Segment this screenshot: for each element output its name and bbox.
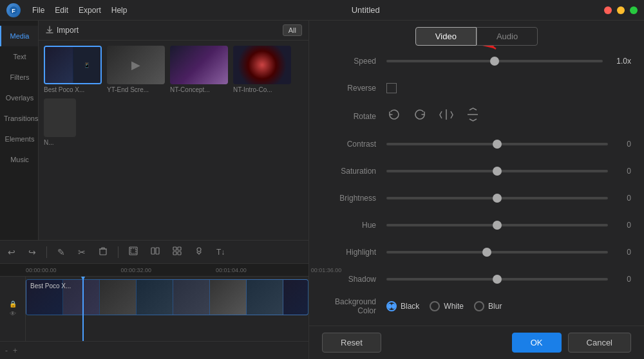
flip-h-button[interactable] bbox=[438, 107, 455, 125]
highlight-value: 0 bbox=[613, 248, 631, 257]
reset-button[interactable]: Reset bbox=[322, 333, 381, 353]
crop-button[interactable] bbox=[126, 245, 140, 259]
bg-white-radio[interactable] bbox=[430, 301, 440, 311]
media-thumbnail bbox=[170, 46, 228, 84]
rotate-row: Rotate bbox=[322, 106, 631, 126]
hue-row: Hue 0 bbox=[322, 216, 631, 234]
bg-white-label: White bbox=[444, 302, 464, 311]
track-controls: 🔒 👁 bbox=[0, 277, 26, 341]
toolbar-divider bbox=[46, 246, 47, 258]
media-thumbnail: ▶ bbox=[107, 46, 165, 84]
media-thumbnail bbox=[233, 46, 291, 84]
tab-audio[interactable]: Audio bbox=[477, 27, 538, 46]
hue-slider[interactable] bbox=[386, 224, 608, 226]
toolbar-divider-2 bbox=[118, 246, 118, 258]
shadow-slider[interactable] bbox=[386, 278, 608, 281]
menu-file[interactable]: File bbox=[32, 6, 44, 15]
properties-tabs: Video Audio bbox=[309, 21, 644, 46]
list-item[interactable]: ▶ YT-End Scre... bbox=[107, 46, 165, 93]
svg-rect-4 bbox=[131, 248, 136, 253]
speed-control: 1.0x bbox=[386, 57, 631, 66]
bg-black-label: Black bbox=[401, 302, 419, 311]
flip-v-button[interactable] bbox=[465, 106, 480, 126]
bg-blur-option[interactable]: Blur bbox=[474, 301, 502, 311]
split-button[interactable] bbox=[148, 245, 162, 259]
rotate-ccw-button[interactable] bbox=[386, 107, 402, 125]
rotate-controls bbox=[386, 106, 631, 126]
close-button[interactable] bbox=[604, 6, 612, 14]
properties-content: Speed 1.0x bbox=[309, 46, 644, 326]
highlight-control: 0 bbox=[386, 248, 631, 257]
bg-white-option[interactable]: White bbox=[430, 301, 464, 311]
zoom-in-button[interactable]: + bbox=[13, 346, 17, 355]
minimize-button[interactable] bbox=[617, 6, 625, 14]
rotate-cw-button[interactable] bbox=[412, 107, 428, 125]
hue-control: 0 bbox=[386, 221, 631, 230]
list-item[interactable]: NT-Intro-Co... bbox=[233, 46, 291, 93]
sidebar-item-filters[interactable]: Filters bbox=[0, 67, 38, 87]
sidebar-item-text[interactable]: Text bbox=[0, 46, 38, 67]
sidebar-item-transitions[interactable]: Transitions bbox=[0, 108, 38, 129]
clip-frame bbox=[100, 280, 136, 315]
list-item[interactable]: 📱 Best Poco X... bbox=[44, 46, 102, 93]
sidebar-item-overlays[interactable]: Overlays bbox=[0, 87, 38, 108]
menu-export[interactable]: Export bbox=[79, 6, 101, 15]
group-button[interactable] bbox=[170, 245, 184, 259]
hue-value: 0 bbox=[613, 221, 631, 230]
contrast-slider[interactable] bbox=[386, 143, 608, 145]
sidebar-item-music[interactable]: Music bbox=[0, 149, 38, 170]
cancel-button[interactable]: Cancel bbox=[568, 333, 631, 353]
svg-rect-9 bbox=[173, 252, 176, 255]
saturation-slider[interactable] bbox=[386, 170, 608, 172]
pen-tool-button[interactable]: ✎ bbox=[55, 246, 68, 259]
tab-video[interactable]: Video bbox=[415, 27, 477, 46]
track-content[interactable]: Best Poco X... bbox=[26, 277, 308, 341]
track-eye-button[interactable]: 👁 bbox=[10, 310, 16, 317]
toolbar: ↩ ↪ ✎ ✂ bbox=[0, 241, 308, 264]
audio-button[interactable] bbox=[192, 245, 206, 259]
rotate-label: Rotate bbox=[322, 112, 386, 121]
sidebar-tabs: Media Text Filters Overlays Transitions … bbox=[0, 21, 39, 240]
highlight-label: Highlight bbox=[322, 248, 386, 257]
speed-slider[interactable] bbox=[386, 60, 603, 62]
clip-frame bbox=[210, 280, 246, 315]
media-item-label: NT-Intro-Co... bbox=[233, 86, 291, 93]
list-item[interactable]: N... bbox=[44, 98, 76, 146]
track-lock-button[interactable]: 🔒 bbox=[9, 300, 17, 308]
speed-row: Speed 1.0x bbox=[322, 52, 631, 70]
bg-blur-label: Blur bbox=[488, 302, 502, 311]
text-tool-button[interactable]: T↓ bbox=[214, 246, 227, 258]
list-item[interactable]: NT-Concept... bbox=[170, 46, 228, 93]
redo-button[interactable]: ↪ bbox=[26, 246, 39, 259]
brightness-row: Brightness 0 bbox=[322, 189, 631, 207]
media-item-label: Best Poco X... bbox=[44, 86, 102, 93]
undo-button[interactable]: ↩ bbox=[5, 246, 18, 259]
svg-rect-5 bbox=[151, 248, 155, 254]
clip-frame bbox=[283, 280, 308, 315]
cut-tool-button[interactable]: ✂ bbox=[75, 246, 88, 259]
maximize-button[interactable] bbox=[630, 6, 638, 14]
bg-black-option[interactable]: Black bbox=[386, 301, 419, 311]
menu-help[interactable]: Help bbox=[111, 6, 128, 15]
bg-blur-radio[interactable] bbox=[474, 301, 484, 311]
media-header: Import All bbox=[39, 21, 308, 41]
window-title: Untitled bbox=[127, 5, 604, 15]
delete-button[interactable] bbox=[96, 245, 110, 259]
import-button[interactable]: Import bbox=[45, 26, 79, 35]
window-controls bbox=[604, 6, 638, 14]
clip-frame bbox=[137, 280, 173, 315]
sidebar-item-elements[interactable]: Elements bbox=[0, 129, 38, 149]
clip-frame bbox=[173, 280, 209, 315]
title-bar: F File Edit Export Help Untitled bbox=[0, 0, 644, 21]
timeline-clip[interactable]: Best Poco X... bbox=[26, 279, 308, 315]
playhead[interactable] bbox=[82, 277, 84, 341]
highlight-slider[interactable] bbox=[386, 251, 608, 253]
all-filter-button[interactable]: All bbox=[283, 24, 302, 36]
reverse-checkbox[interactable] bbox=[386, 83, 397, 93]
zoom-out-button[interactable]: - bbox=[5, 346, 8, 355]
bg-black-radio[interactable] bbox=[386, 301, 397, 311]
ok-button[interactable]: OK bbox=[512, 333, 562, 353]
brightness-slider[interactable] bbox=[386, 197, 608, 199]
sidebar-item-media[interactable]: Media bbox=[0, 26, 38, 46]
menu-edit[interactable]: Edit bbox=[55, 6, 68, 15]
